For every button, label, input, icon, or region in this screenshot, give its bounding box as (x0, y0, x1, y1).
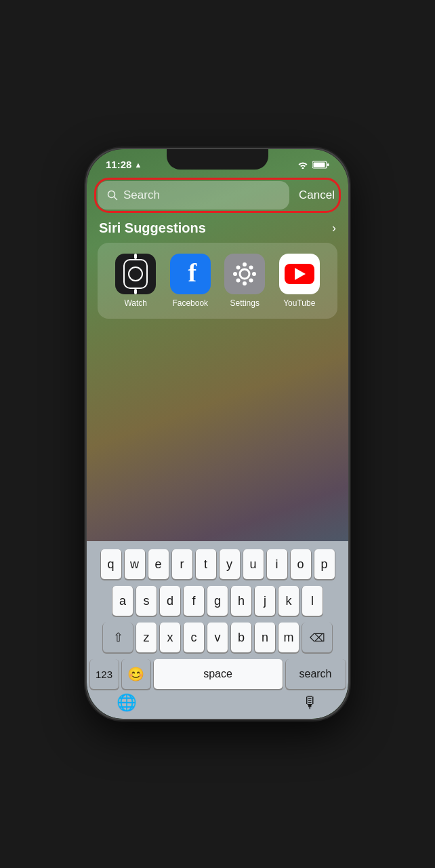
key-p[interactable]: p (314, 549, 335, 579)
svg-point-10 (236, 266, 241, 270)
key-n[interactable]: n (255, 623, 275, 652)
svg-point-7 (243, 281, 247, 285)
settings-app-icon (224, 254, 265, 294)
gear-icon (230, 259, 260, 289)
keyboard-row-4: 123 😊 space search (89, 659, 346, 689)
search-icon (107, 190, 118, 201)
app-item-watch[interactable]: Watch (112, 254, 159, 308)
battery-icon (312, 161, 329, 169)
watch-face (123, 259, 148, 289)
svg-rect-1 (327, 163, 329, 166)
key-d[interactable]: d (160, 586, 180, 616)
key-b[interactable]: b (231, 623, 251, 652)
svg-point-9 (252, 272, 256, 276)
key-v[interactable]: v (207, 623, 228, 652)
search-placeholder: Search (123, 189, 160, 202)
watch-circle (128, 267, 143, 281)
microphone-icon[interactable]: 🎙 (302, 693, 318, 712)
keyboard-row-3: ⇧ z x c v b n m ⌫ (89, 623, 346, 652)
key-space[interactable]: space (154, 659, 283, 689)
watch-app-label: Watch (124, 298, 147, 308)
search-container: Search Cancel (98, 181, 337, 210)
key-o[interactable]: o (291, 549, 311, 579)
key-search[interactable]: search (286, 659, 346, 689)
youtube-app-icon (279, 254, 320, 294)
globe-icon[interactable]: 🌐 (117, 693, 137, 712)
app-item-settings[interactable]: Settings (222, 254, 268, 308)
facebook-letter: f (188, 258, 196, 288)
svg-line-4 (115, 197, 117, 200)
keyboard: q w e r t y u i o p a s d f g h j k (87, 541, 348, 719)
facebook-app-label: Facebook (172, 298, 208, 308)
settings-app-label: Settings (230, 298, 260, 308)
key-u[interactable]: u (243, 549, 264, 579)
notch (167, 149, 268, 170)
svg-point-5 (240, 269, 249, 279)
svg-point-13 (249, 266, 253, 270)
svg-point-11 (249, 279, 253, 283)
siri-suggestions-header[interactable]: Siri Suggestions › (98, 220, 337, 236)
app-item-facebook[interactable]: f Facebook (167, 254, 213, 308)
key-j[interactable]: j (255, 586, 275, 616)
key-s[interactable]: s (136, 586, 157, 616)
siri-suggestions-title: Siri Suggestions (99, 220, 206, 236)
key-g[interactable]: g (207, 586, 228, 616)
key-emoji[interactable]: 😊 (122, 659, 150, 689)
key-z[interactable]: z (136, 623, 157, 652)
key-x[interactable]: x (160, 623, 180, 652)
search-bar[interactable]: Search (98, 181, 289, 210)
key-delete[interactable]: ⌫ (302, 623, 332, 652)
key-shift[interactable]: ⇧ (103, 623, 133, 652)
key-y[interactable]: y (220, 549, 240, 579)
watch-app-icon (115, 254, 156, 294)
youtube-play-triangle (295, 268, 306, 280)
svg-point-8 (233, 272, 237, 276)
location-icon: ▲ (134, 161, 142, 169)
svg-point-6 (243, 262, 247, 267)
status-icons (297, 161, 329, 169)
key-a[interactable]: a (112, 586, 133, 616)
key-f[interactable]: f (184, 586, 204, 616)
keyboard-row-2: a s d f g h j k l (89, 586, 346, 616)
facebook-app-icon: f (170, 254, 211, 294)
status-time: 11:28 (106, 159, 131, 170)
status-time-container: 11:28 ▲ (106, 159, 142, 170)
key-i[interactable]: i (267, 549, 287, 579)
key-l[interactable]: l (302, 586, 323, 616)
key-numbers[interactable]: 123 (90, 659, 119, 689)
youtube-app-label: YouTube (283, 298, 315, 308)
key-e[interactable]: e (148, 549, 169, 579)
wifi-icon (297, 161, 308, 169)
cancel-button[interactable]: Cancel (296, 189, 337, 202)
main-content: Search Cancel Siri Suggestions › (87, 176, 348, 319)
key-r[interactable]: r (172, 549, 192, 579)
search-row: Search Cancel (98, 181, 337, 210)
app-item-youtube[interactable]: YouTube (276, 254, 323, 308)
phone-frame: 11:28 ▲ (85, 148, 350, 720)
key-w[interactable]: w (125, 549, 145, 579)
key-c[interactable]: c (184, 623, 204, 652)
key-q[interactable]: q (101, 549, 121, 579)
keyboard-row-1: q w e r t y u i o p (89, 549, 346, 579)
key-k[interactable]: k (278, 586, 299, 616)
svg-rect-2 (314, 162, 325, 167)
key-m[interactable]: m (278, 623, 299, 652)
youtube-play-button (285, 264, 314, 284)
screen: 11:28 ▲ (87, 149, 348, 719)
keyboard-bottom-bar: 🌐 🎙 (89, 689, 346, 715)
app-suggestions-grid: Watch f Facebook (98, 243, 337, 319)
key-h[interactable]: h (231, 586, 251, 616)
key-t[interactable]: t (196, 549, 216, 579)
svg-point-12 (236, 279, 241, 283)
siri-chevron-icon: › (332, 221, 336, 235)
